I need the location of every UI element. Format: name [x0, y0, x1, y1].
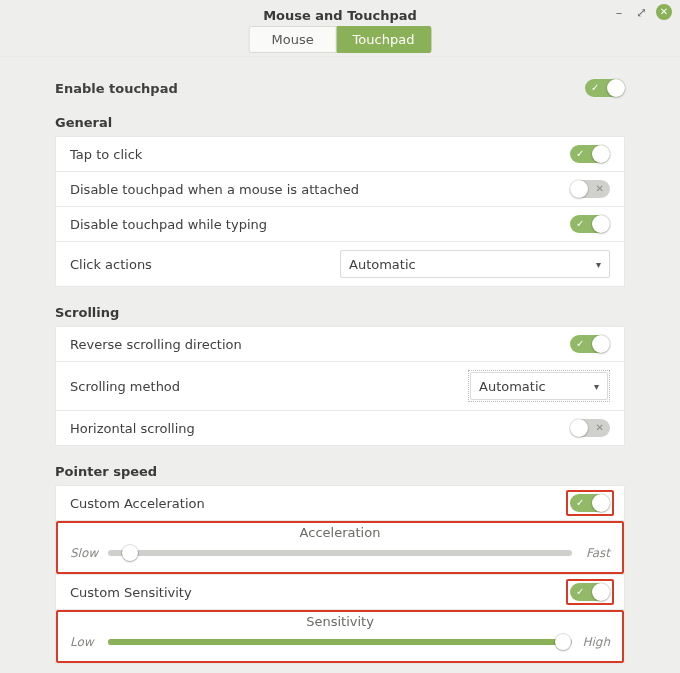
reverse-scrolling-label: Reverse scrolling direction — [70, 337, 242, 352]
sensitivity-slider-title: Sensitivity — [70, 614, 610, 629]
scrolling-method-row: Scrolling method Automatic ▾ — [56, 361, 624, 410]
acceleration-slider-block: Acceleration Slow Fast — [56, 520, 624, 574]
custom-sensitivity-row: Custom Sensitivity ✓ — [56, 574, 624, 609]
tab-mouse[interactable]: Mouse — [249, 26, 337, 53]
chevron-down-icon: ▾ — [594, 381, 599, 392]
custom-sensitivity-toggle[interactable]: ✓ — [570, 583, 610, 601]
reverse-scrolling-toggle[interactable]: ✓ — [570, 335, 610, 353]
acceleration-slider-title: Acceleration — [70, 525, 610, 540]
sensitivity-high-label: High — [582, 635, 610, 649]
click-actions-label: Click actions — [70, 257, 152, 272]
reverse-scrolling-row: Reverse scrolling direction ✓ — [56, 327, 624, 361]
window-title: Mouse and Touchpad — [8, 6, 672, 23]
tab-touchpad[interactable]: Touchpad — [337, 26, 432, 53]
pointer-box: Custom Acceleration ✓ Acceleration Slow … — [55, 485, 625, 664]
tap-to-click-label: Tap to click — [70, 147, 142, 162]
settings-window: Mouse and Touchpad – ⤢ ✕ Mouse Touchpad … — [0, 0, 680, 673]
x-icon: ✕ — [596, 183, 604, 194]
disable-while-typing-row: Disable touchpad while typing ✓ — [56, 206, 624, 241]
horizontal-scrolling-toggle[interactable]: ✕ — [570, 419, 610, 437]
sensitivity-low-label: Low — [70, 635, 98, 649]
chevron-down-icon: ▾ — [596, 259, 601, 270]
disable-while-typing-label: Disable touchpad while typing — [70, 217, 267, 232]
close-icon[interactable]: ✕ — [656, 4, 672, 20]
acceleration-slider[interactable] — [108, 550, 572, 556]
scrolling-box: Reverse scrolling direction ✓ Scrolling … — [55, 326, 625, 446]
click-actions-select[interactable]: Automatic ▾ — [340, 250, 610, 278]
custom-acceleration-toggle[interactable]: ✓ — [570, 494, 610, 512]
titlebar: Mouse and Touchpad – ⤢ ✕ Mouse Touchpad — [0, 0, 680, 50]
sensitivity-slider-block: Sensitivity Low High — [56, 609, 624, 663]
check-icon: ✓ — [576, 218, 584, 229]
tabstrip: Mouse Touchpad — [249, 26, 432, 53]
custom-sensitivity-label: Custom Sensitivity — [70, 585, 192, 600]
check-icon: ✓ — [576, 148, 584, 159]
click-actions-row: Click actions Automatic ▾ — [56, 241, 624, 286]
custom-acceleration-row: Custom Acceleration ✓ — [56, 486, 624, 520]
enable-touchpad-row: Enable touchpad ✓ — [55, 79, 625, 97]
x-icon: ✕ — [596, 422, 604, 433]
acceleration-high-label: Fast — [582, 546, 610, 560]
check-icon: ✓ — [576, 497, 584, 508]
tap-to-click-row: Tap to click ✓ — [56, 137, 624, 171]
tap-to-click-toggle[interactable]: ✓ — [570, 145, 610, 163]
horizontal-scrolling-label: Horizontal scrolling — [70, 421, 195, 436]
enable-touchpad-toggle[interactable]: ✓ — [585, 79, 625, 97]
section-title-scrolling: Scrolling — [55, 305, 625, 320]
section-title-general: General — [55, 115, 625, 130]
sensitivity-slider[interactable] — [108, 639, 572, 645]
disable-while-typing-toggle[interactable]: ✓ — [570, 215, 610, 233]
click-actions-value: Automatic — [349, 257, 416, 272]
disable-on-mouse-row: Disable touchpad when a mouse is attache… — [56, 171, 624, 206]
content: Enable touchpad ✓ General Tap to click ✓… — [0, 57, 680, 673]
enable-touchpad-label: Enable touchpad — [55, 81, 178, 96]
check-icon: ✓ — [576, 586, 584, 597]
scrolling-method-select[interactable]: Automatic ▾ — [470, 372, 608, 400]
custom-acceleration-label: Custom Acceleration — [70, 496, 205, 511]
check-icon: ✓ — [576, 338, 584, 349]
disable-on-mouse-label: Disable touchpad when a mouse is attache… — [70, 182, 359, 197]
maximize-icon[interactable]: ⤢ — [634, 5, 648, 19]
horizontal-scrolling-row: Horizontal scrolling ✕ — [56, 410, 624, 445]
disable-on-mouse-toggle[interactable]: ✕ — [570, 180, 610, 198]
scrolling-method-label: Scrolling method — [70, 379, 180, 394]
window-controls: – ⤢ ✕ — [612, 4, 672, 20]
section-title-pointer: Pointer speed — [55, 464, 625, 479]
general-box: Tap to click ✓ Disable touchpad when a m… — [55, 136, 625, 287]
acceleration-low-label: Slow — [70, 546, 98, 560]
check-icon: ✓ — [591, 82, 599, 93]
scrolling-method-value: Automatic — [479, 379, 546, 394]
minimize-icon[interactable]: – — [612, 5, 626, 19]
